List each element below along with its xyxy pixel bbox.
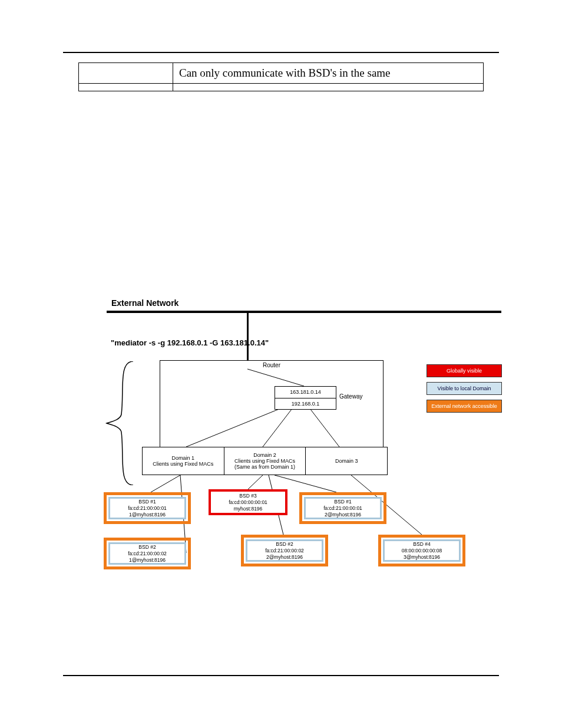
bsd-1-domain2: BSD #1 fa:cd:21:00:00:01 2@myhost:8196 <box>299 492 386 524</box>
bsd-host: 1@myhost:8196 <box>129 557 166 564</box>
bsd-host: 1@myhost:8196 <box>129 512 166 518</box>
legend: Globally visible Visible to local Domain… <box>427 364 502 417</box>
bsd-mac: 08:00:00:00:00:08 <box>402 548 442 554</box>
bsd-1-inner: BSD #1 fa:cd:21:00:00:01 1@myhost:8196 <box>108 497 186 519</box>
bsd-6-inner: BSD #4 08:00:00:00:00:08 3@myhost:8196 <box>383 539 461 562</box>
cell-r1-c1 <box>79 63 173 84</box>
legend-external-access: External network accessible <box>427 400 502 413</box>
footer-rule <box>63 675 499 676</box>
bsd-host: 2@myhost:8196 <box>266 554 303 561</box>
bsd-mac: fa:cd:21:00:00:01 <box>128 505 167 512</box>
domain-2-sub2: (Same as from Domain 1) <box>234 464 295 470</box>
domain-1-sub: Clients using Fixed MACs <box>153 461 213 467</box>
bsd-mac: fa:cd:21:00:00:01 <box>323 505 362 512</box>
legend-globally-visible: Globally visible <box>427 364 502 377</box>
external-network-title: External Network <box>111 298 178 308</box>
gateway-box: 163.181.0.14 192.168.0.1 <box>275 386 336 410</box>
bsd-name: BSD #1 <box>334 499 351 505</box>
bsd-mac: fa:cd:00:00:00:01 <box>229 499 267 506</box>
domain-1: Domain 1 Clients using Fixed MACs <box>142 447 224 475</box>
domain-row: Domain 1 Clients using Fixed MACs Domain… <box>142 447 388 475</box>
gateway-ip-internal: 192.168.0.1 <box>275 398 336 410</box>
bsd-3-inner: BSD #3 fa:cd:00:00:00:01 myhost:8196 <box>211 492 285 513</box>
bsd-2-domain1: BSD #2 fa:cd:21:00:00:02 1@myhost:8196 <box>104 538 191 569</box>
domain-2: Domain 2 Clients using Fixed MACs (Same … <box>224 447 306 475</box>
cell-r2-c2 <box>173 84 483 91</box>
cell-r2-c1 <box>79 84 173 91</box>
bsd-host: 3@myhost:8196 <box>404 554 440 561</box>
cell-r1-c2: Can only communicate with BSD's in the s… <box>173 63 483 84</box>
bsd-3-domain2: BSD #3 fa:cd:00:00:00:01 myhost:8196 <box>209 489 287 515</box>
mediator-command: "mediator -s -g 192.168.0.1 -G 163.181.0… <box>111 338 269 347</box>
svg-line-6 <box>248 475 263 489</box>
gateway-ip-external: 163.181.0.14 <box>275 387 336 398</box>
external-network-line <box>107 311 501 313</box>
table-row <box>79 84 484 91</box>
bsd-1-domain1: BSD #1 fa:cd:21:00:00:01 1@myhost:8196 <box>104 492 191 524</box>
bsd-host: 2@myhost:8196 <box>325 512 361 518</box>
bsd-2-domain2: BSD #2 fa:cd:21:00:00:02 2@myhost:8196 <box>241 535 328 566</box>
svg-line-4 <box>151 475 180 492</box>
brace-icon <box>104 361 139 485</box>
bsd-4-domain3: BSD #4 08:00:00:00:00:08 3@myhost:8196 <box>378 535 465 566</box>
external-network-drop <box>247 311 249 361</box>
gateway-label: Gateway <box>339 393 362 400</box>
legend-local-domain: Visible to local Domain <box>427 382 502 395</box>
bsd-name: BSD #4 <box>413 541 430 548</box>
bsd-host: myhost:8196 <box>234 506 263 512</box>
router-label: Router <box>160 362 383 368</box>
page: Can only communicate with BSD's in the s… <box>0 0 562 728</box>
domain-3: Domain 3 <box>306 447 388 475</box>
bsd-mac: fa:cd:21:00:00:02 <box>265 548 304 554</box>
limitations-table: Can only communicate with BSD's in the s… <box>78 62 484 91</box>
domain-2-sub1: Clients using Fixed MACs <box>234 458 295 464</box>
bsd-name: BSD #1 <box>138 499 156 505</box>
bsd-name: BSD #2 <box>138 544 156 551</box>
header-rule <box>63 52 499 53</box>
bsd-5-inner: BSD #1 fa:cd:21:00:00:01 2@myhost:8196 <box>304 497 382 519</box>
domain-2-name: Domain 2 <box>253 452 276 458</box>
bsd-mac: fa:cd:21:00:00:02 <box>128 551 167 557</box>
bsd-2-inner: BSD #2 fa:cd:21:00:00:02 1@myhost:8196 <box>108 542 186 565</box>
domain-3-name: Domain 3 <box>335 458 358 464</box>
bsd-name: BSD #3 <box>239 493 256 499</box>
table-row: Can only communicate with BSD's in the s… <box>79 63 484 84</box>
domain-1-name: Domain 1 <box>172 455 195 461</box>
network-diagram: External Network "mediator -s -g 192.168… <box>104 295 504 588</box>
bsd-name: BSD #2 <box>276 541 293 548</box>
bsd-4-inner: BSD #2 fa:cd:21:00:00:02 2@myhost:8196 <box>246 539 323 562</box>
